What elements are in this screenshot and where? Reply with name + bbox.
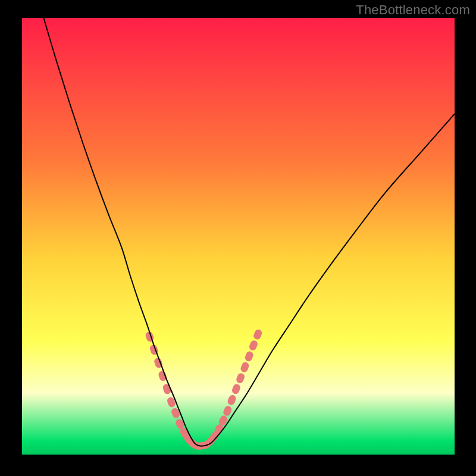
watermark-label: TheBottleneck.com [356,2,470,18]
chart-frame: TheBottleneck.com [0,0,476,476]
plot-svg [22,18,455,455]
plot-area [22,18,455,455]
